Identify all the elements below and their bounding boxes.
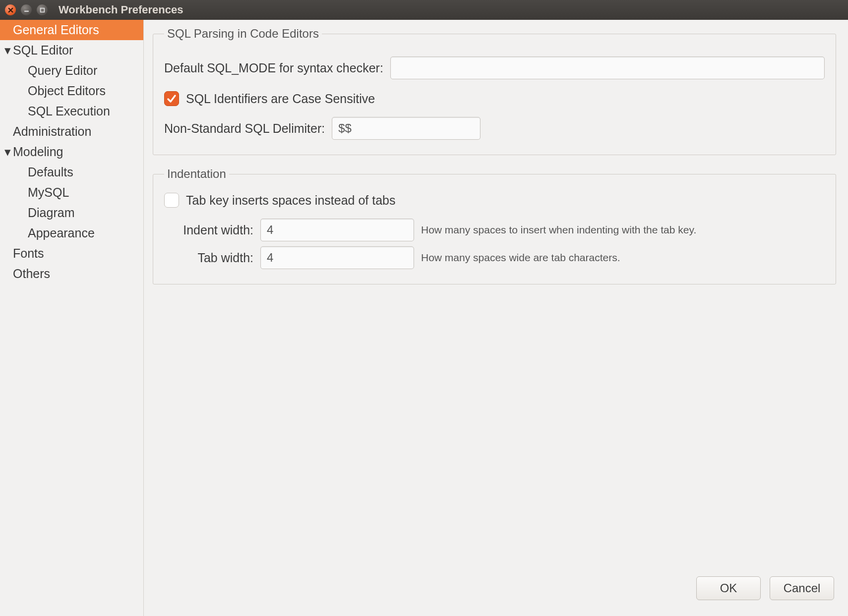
minimize-icon[interactable]	[21, 4, 32, 15]
sidebar-item-label: Others	[13, 267, 50, 281]
sidebar-item-label: Administration	[13, 124, 91, 139]
sidebar-item-label: MySQL	[28, 185, 69, 200]
sidebar-item-label: Fonts	[13, 246, 44, 261]
preferences-sidebar: General Editors ▾ SQL Editor Query Edito…	[0, 20, 144, 616]
case-sensitive-label: SQL Identifiers are Case Sensitive	[186, 92, 375, 106]
sidebar-item-label: SQL Editor	[13, 43, 73, 57]
sidebar-item-label: Appearance	[28, 226, 95, 240]
indent-width-hint: How many spaces to insert when indenting…	[421, 224, 696, 236]
titlebar: Workbench Preferences	[0, 0, 848, 20]
maximize-icon[interactable]	[37, 4, 48, 15]
sidebar-item-general-editors[interactable]: General Editors	[0, 20, 143, 40]
tree-arrow-down-icon: ▾	[3, 43, 12, 57]
sidebar-item-modeling[interactable]: ▾ Modeling	[0, 142, 143, 162]
sidebar-item-defaults[interactable]: Defaults	[0, 162, 143, 182]
tree-arrow-down-icon: ▾	[3, 145, 12, 159]
window-title: Workbench Preferences	[59, 3, 183, 16]
delimiter-input[interactable]	[332, 117, 481, 140]
sidebar-item-label: General Editors	[13, 23, 99, 37]
tab-width-label: Tab width:	[164, 251, 253, 265]
group-indentation: Indentation Tab key inserts spaces inste…	[153, 167, 836, 284]
case-sensitive-checkbox[interactable]	[164, 91, 179, 106]
sidebar-item-object-editors[interactable]: Object Editors	[0, 81, 143, 101]
dialog-footer: OK Cancel	[153, 572, 836, 609]
sidebar-item-administration[interactable]: Administration	[0, 121, 143, 142]
sidebar-item-label: Modeling	[13, 145, 63, 159]
window-controls	[5, 4, 48, 15]
sidebar-item-label: Diagram	[28, 206, 74, 220]
tab-inserts-spaces-label: Tab key inserts spaces instead of tabs	[186, 193, 395, 208]
sidebar-item-label: Query Editor	[28, 63, 97, 78]
tab-width-hint: How many spaces wide are tab characters.	[421, 252, 620, 264]
sidebar-item-query-editor[interactable]: Query Editor	[0, 60, 143, 81]
ok-button[interactable]: OK	[696, 576, 761, 600]
tab-inserts-spaces-checkbox[interactable]	[164, 193, 179, 208]
sidebar-item-sql-execution[interactable]: SQL Execution	[0, 101, 143, 121]
sidebar-item-label: Object Editors	[28, 84, 106, 98]
close-icon[interactable]	[5, 4, 16, 15]
cancel-button[interactable]: Cancel	[770, 576, 834, 600]
sql-mode-input[interactable]	[390, 56, 825, 79]
sidebar-item-sql-editor[interactable]: ▾ SQL Editor	[0, 40, 143, 60]
sidebar-item-appearance[interactable]: Appearance	[0, 223, 143, 243]
svg-rect-0	[40, 8, 44, 12]
sidebar-item-fonts[interactable]: Fonts	[0, 243, 143, 264]
sidebar-item-label: Defaults	[28, 165, 73, 179]
indent-width-label: Indent width:	[164, 223, 253, 237]
sidebar-item-label: SQL Execution	[28, 104, 110, 118]
tab-width-input[interactable]	[260, 246, 414, 269]
group-sql-parsing: SQL Parsing in Code Editors Default SQL_…	[153, 27, 836, 155]
sidebar-item-others[interactable]: Others	[0, 264, 143, 284]
indent-width-input[interactable]	[260, 219, 414, 241]
group-legend: Indentation	[164, 167, 229, 181]
preferences-content: SQL Parsing in Code Editors Default SQL_…	[144, 20, 848, 616]
sql-mode-label: Default SQL_MODE for syntax checker:	[164, 61, 383, 75]
delimiter-label: Non-Standard SQL Delimiter:	[164, 121, 325, 136]
group-legend: SQL Parsing in Code Editors	[164, 27, 322, 41]
sidebar-item-mysql[interactable]: MySQL	[0, 182, 143, 203]
sidebar-item-diagram[interactable]: Diagram	[0, 203, 143, 223]
